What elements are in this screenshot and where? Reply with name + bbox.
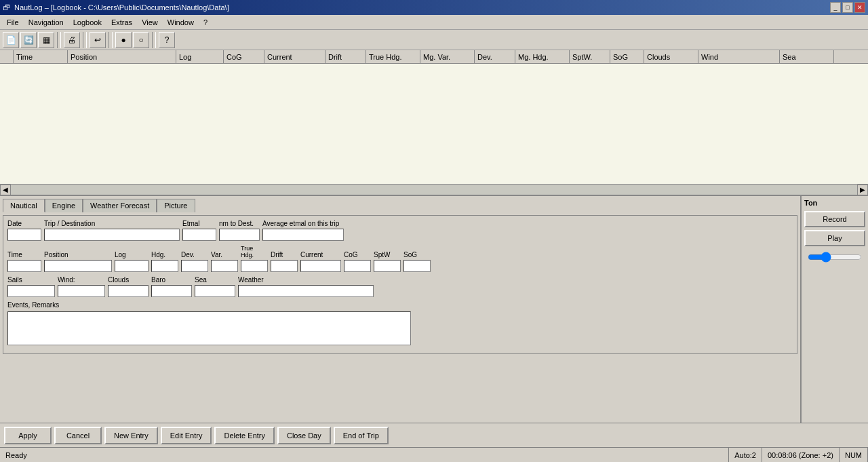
sptw-label: SptW <box>374 251 401 258</box>
wind-field-group: Wind: <box>58 276 105 297</box>
cog-input[interactable] <box>344 260 371 272</box>
menu-view[interactable]: View <box>138 17 162 28</box>
scroll-track[interactable] <box>11 185 857 195</box>
toolbar-sep1 <box>57 32 61 48</box>
clouds-field-group: Clouds <box>108 276 149 297</box>
menu-window[interactable]: Window <box>163 17 198 28</box>
new-entry-button[interactable]: New Entry <box>104 427 158 444</box>
edit-entry-button[interactable]: Edit Entry <box>161 427 212 444</box>
close-button[interactable]: ✕ <box>854 2 865 13</box>
dev-label: Dev. <box>181 251 208 258</box>
menu-file[interactable]: File <box>3 17 23 28</box>
baro-input[interactable] <box>151 285 192 297</box>
delete-entry-button[interactable]: Delete Entry <box>214 427 275 444</box>
trip-field-group: Trip / Destination <box>44 220 180 241</box>
menu-help[interactable]: ? <box>199 17 212 28</box>
toolbar-back[interactable]: ↩ <box>90 32 106 48</box>
clouds-input[interactable] <box>108 285 149 297</box>
sptw-input[interactable] <box>374 260 401 272</box>
hdg-input[interactable] <box>151 260 178 272</box>
etmal-field-group: Etmal <box>182 220 216 241</box>
form-row-1: Date Trip / Destination Etmal nm to Dest… <box>7 220 793 241</box>
close-day-button[interactable]: Close Day <box>277 427 331 444</box>
position-input[interactable] <box>44 260 112 272</box>
sog-field-group: SoG <box>403 251 431 272</box>
menu-logbook[interactable]: Logbook <box>69 17 106 28</box>
form-row-2: Time Position Log Hdg. <box>7 245 793 272</box>
toolbar-help[interactable]: ? <box>159 32 175 48</box>
time-field-group: Time <box>7 251 41 272</box>
status-auto: Auto:2 <box>729 448 762 462</box>
toolbar-circle-filled[interactable]: ● <box>115 32 132 48</box>
weather-label: Weather <box>238 276 374 284</box>
dev-input[interactable] <box>181 260 208 272</box>
toolbar-sep4 <box>152 32 156 48</box>
trip-input[interactable] <box>44 229 180 241</box>
log-field-group: Log <box>115 251 149 272</box>
col-cog: CoG <box>224 50 264 63</box>
col-mg-var: Mg. Var. <box>420 50 475 63</box>
drift-input[interactable] <box>271 260 298 272</box>
events-textarea[interactable] <box>7 311 411 345</box>
sog-label: SoG <box>403 251 431 258</box>
avg-etmal-field-group: Average etmal on this trip <box>262 220 344 241</box>
toolbar: 📄 🔄 ▦ 🖨 ↩ ● ○ ? <box>0 30 868 50</box>
volume-slider[interactable] <box>808 252 862 263</box>
log-horizontal-scrollbar[interactable]: ◀ ▶ <box>0 184 868 195</box>
cog-label: CoG <box>344 251 371 258</box>
title-bar: 🗗 NautLog – [Logbook - C:\Users\Public\D… <box>0 0 868 15</box>
true-hdg-input[interactable] <box>241 260 268 272</box>
tab-engine[interactable]: Engine <box>45 199 83 212</box>
col-wind: Wind <box>698 50 780 63</box>
nm-to-dest-label: nm to Dest. <box>219 220 260 227</box>
avg-etmal-input[interactable] <box>262 229 344 241</box>
sptw-field-group: SptW <box>374 251 401 272</box>
sog-input[interactable] <box>403 260 431 272</box>
current-input[interactable] <box>300 260 341 272</box>
sea-input[interactable] <box>195 285 235 297</box>
tab-nautical[interactable]: Nautical <box>3 199 45 212</box>
hdg-field-group: Hdg. <box>151 251 178 272</box>
etmal-input[interactable] <box>182 229 216 241</box>
toolbar-refresh[interactable]: 🔄 <box>20 32 37 48</box>
maximize-button[interactable]: □ <box>842 2 853 13</box>
main-content: Time Position Log CoG Current Drift True… <box>0 50 868 423</box>
date-field-group: Date <box>7 220 41 241</box>
col-clouds: Clouds <box>644 50 698 63</box>
date-input[interactable] <box>7 229 41 241</box>
menu-navigation[interactable]: Navigation <box>24 17 68 28</box>
weather-input[interactable] <box>238 285 374 297</box>
scroll-right-arrow[interactable]: ▶ <box>857 185 868 195</box>
scroll-left-arrow[interactable]: ◀ <box>0 185 11 195</box>
apply-button[interactable]: Apply <box>4 427 52 444</box>
toolbar-sep2 <box>83 32 87 48</box>
drift-label: Drift <box>271 251 298 258</box>
sea-label: Sea <box>195 276 235 284</box>
record-button[interactable]: Record <box>804 211 865 227</box>
tab-picture[interactable]: Picture <box>157 199 195 212</box>
date-label: Date <box>7 220 41 227</box>
end-of-trip-button[interactable]: End of Trip <box>334 427 389 444</box>
toolbar-circle-empty[interactable]: ○ <box>133 32 149 48</box>
toolbar-grid[interactable]: ▦ <box>38 32 54 48</box>
col-marker <box>0 50 14 63</box>
log-input[interactable] <box>115 260 149 272</box>
sails-input[interactable] <box>7 285 55 297</box>
nm-to-dest-input[interactable] <box>219 229 260 241</box>
minimize-button[interactable]: _ <box>830 2 841 13</box>
cancel-button[interactable]: Cancel <box>54 427 102 444</box>
var-input[interactable] <box>211 260 238 272</box>
menu-extras[interactable]: Extras <box>107 17 136 28</box>
current-label: Current <box>300 251 341 258</box>
wind-input[interactable] <box>58 285 105 297</box>
col-mg-hdg: Mg. Hdg. <box>515 50 570 63</box>
toolbar-new[interactable]: 📄 <box>3 32 19 48</box>
hdg-label: Hdg. <box>151 251 178 258</box>
form-area: Nautical Engine Weather Forecast Picture… <box>0 196 868 423</box>
time-input[interactable] <box>7 260 41 272</box>
toolbar-print[interactable]: 🖨 <box>64 32 80 48</box>
play-button[interactable]: Play <box>804 230 865 246</box>
log-label: Log <box>115 251 149 258</box>
tab-weather-forecast[interactable]: Weather Forecast <box>83 199 157 212</box>
log-body[interactable] <box>0 64 868 184</box>
